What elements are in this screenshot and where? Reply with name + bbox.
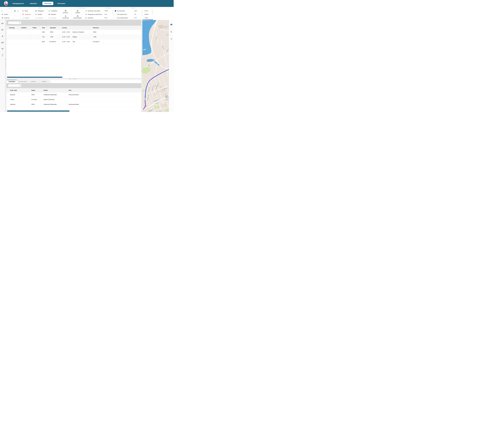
map-view-icon[interactable] — [170, 23, 172, 26]
bell-icon — [65, 15, 66, 17]
col-opzetten: Opzetten — [50, 26, 56, 30]
plangroep-scrollbar[interactable] — [112, 10, 113, 15]
toon-actieve-ritten-checkbox[interactable] — [115, 14, 116, 15]
plannen-groep-scrollbar[interactable] — [142, 10, 142, 16]
boordcomputer-button[interactable]: Boordcomputer — [71, 14, 84, 19]
tab-voorcalculaties[interactable]: Voorcalculaties — [17, 80, 28, 83]
col-chaffeur: Chaffeur — [21, 26, 27, 30]
date-input[interactable] — [3, 10, 16, 12]
nav-item-facturatie[interactable]: Facturatie — [57, 0, 65, 7]
planning-row-1[interactable]: CMA RWG 10:00 - 12:00 Berkel en Rodenrij… — [6, 30, 141, 34]
left-splitter[interactable] — [5, 20, 6, 112]
terugzetten-button[interactable]: Terugzetten te plannen lijst — [85, 13, 102, 16]
map-splitter[interactable] — [141, 20, 142, 112]
panel-splitter[interactable] — [6, 78, 141, 80]
planning-toolbar — [6, 20, 141, 26]
afzetten-button[interactable]: Afzetten — [35, 13, 42, 16]
voormelden-button[interactable]: Voormelden — [60, 14, 71, 19]
ongedaan-button-1[interactable]: Ongedaan — [35, 16, 43, 20]
berichten-button[interactable]: Berichten — [60, 9, 71, 14]
plannen-modal-barge[interactable]: BARGE — [144, 14, 149, 15]
planning-row-2[interactable]: HLC APM 11:00 - 13:30 Meppel APM — [6, 34, 141, 39]
order-list-add-icon[interactable] — [170, 31, 172, 33]
cell-actie-code: Lossen — [10, 97, 14, 102]
avantida-button[interactable]: A Avantida — [71, 9, 84, 14]
cell-lossen-tijd: 11:00 - 13:30 — [62, 34, 70, 39]
col-red: Red — [42, 26, 45, 30]
plangroep-item-rtn[interactable]: RTN — [105, 17, 107, 18]
activities-hscroll-thumb[interactable] — [7, 111, 70, 112]
toon-voltooide-ritten-checkbox[interactable] — [115, 17, 116, 18]
toon-alle-ritten-checkbox[interactable] — [115, 10, 116, 12]
reloaden-button[interactable]: Reloaden — [48, 13, 56, 16]
left-splitter-handle[interactable] — [5, 62, 6, 68]
activity-row-1[interactable]: Opzetten RWG Rotterdam Maasvlakte Vertro… — [6, 92, 141, 97]
plannen-groep-er[interactable]: ER — [135, 14, 136, 15]
collapse-down-icon[interactable] — [75, 79, 76, 79]
cell-lossen-tijd: 11:30 - 13:00 — [62, 39, 70, 44]
return-icon — [85, 14, 87, 15]
verzenden-button[interactable]: Verzenden — [85, 16, 93, 20]
top-navbar: Stamgegevens Inboeken Planning Facturati… — [0, 0, 174, 7]
scale-icon[interactable] — [1, 48, 4, 50]
expand-left-panel-icon[interactable] — [5, 59, 6, 60]
prev-date-icon[interactable] — [1, 10, 2, 12]
app-window: Stamgegevens Inboeken Planning Facturati… — [0, 0, 174, 112]
ribbon-toolbar: Algemeen Ritten Communicatie Plangroep P… — [0, 7, 174, 20]
vehicles-icon[interactable] — [1, 22, 4, 25]
cell-lossen-plaats: Berkel en Rodenrijs — [73, 30, 84, 34]
trail-poi-dot — [148, 49, 148, 49]
container-icon[interactable] — [1, 41, 4, 44]
svg-text:A: A — [77, 11, 78, 11]
cell-opzetten: ECTDELTA — [49, 39, 56, 44]
plannen-modal-train[interactable]: TRAIN — [144, 17, 148, 18]
cell-red: MAN — [42, 39, 45, 44]
activity-row-2[interactable]: Lossen Erni Berk Berkel & Rodenrijs — [6, 97, 141, 102]
avantida-icon: A — [77, 10, 78, 12]
collapse-map-icon[interactable] — [141, 70, 142, 71]
ongedaan-button-2[interactable]: Ongedaan — [48, 16, 56, 20]
verwijderen-button[interactable]: Verwijderen — [22, 13, 31, 16]
activity-row-3[interactable]: Inleveren RWG Rotterdam Maasvlakte Vertr… — [6, 102, 141, 107]
verversen-button[interactable]: Verversen — [2, 16, 9, 20]
voltooid-button[interactable]: Voltooid — [22, 16, 29, 20]
next-date-icon[interactable] — [17, 10, 18, 12]
activities-table-header: Actie code Naam Plaats Titel — [6, 88, 141, 92]
nav-item-stamgegevens[interactable]: Stamgegevens — [13, 0, 24, 7]
plangroep-item-alg[interactable]: ALG — [105, 14, 107, 15]
combineren-button[interactable]: Combineren — [48, 9, 57, 13]
driver-icon[interactable] — [1, 35, 4, 37]
map-canvas[interactable]: 417 Ottawa River Pathway VIMY PL PRESTON… — [142, 20, 169, 112]
zoeken-button[interactable]: Zoeken — [2, 13, 8, 16]
plannen-groep-koy[interactable]: KOY — [135, 17, 137, 18]
verzenden-naar-derden-button[interactable]: Verzenden naar derden — [85, 9, 100, 13]
collapse-up-icon[interactable] — [69, 79, 71, 79]
detail-filter-dropdown[interactable] — [8, 84, 21, 87]
plangroep-item-none[interactable]: NONE — [105, 10, 108, 11]
nav-item-inboeken[interactable]: Inboeken — [30, 0, 37, 7]
trailer-icon[interactable] — [1, 29, 4, 31]
afkoppelen-button[interactable]: Afkoppelen — [35, 9, 44, 13]
plannen-groep-bur[interactable]: BUR — [135, 10, 137, 11]
col-voertuig: Voertuig — [9, 26, 15, 30]
expand-map-icon[interactable] — [141, 59, 142, 60]
notification-add-icon[interactable] — [170, 38, 172, 40]
ribbon-group-communicatie: Communicatie — [60, 7, 103, 9]
plannen-modal-none[interactable]: NONE — [144, 10, 148, 11]
nav-item-planning-active[interactable]: Planning — [42, 2, 53, 5]
dropoff-icon — [35, 14, 37, 15]
nieuw-button[interactable]: Nieuw — [22, 9, 28, 13]
plannen-modal-scrollbar[interactable] — [152, 10, 152, 15]
tab-ladingen[interactable]: Ladingen — [28, 80, 38, 83]
tab-activiteiten[interactable]: Activiteiten — [7, 80, 17, 83]
route-end-marker[interactable] — [145, 106, 146, 107]
label-museum-line1: Canadian War — [163, 26, 169, 27]
planning-filter-dropdown[interactable] — [8, 22, 21, 24]
tab-bijlagen[interactable]: Bijlagen — [38, 80, 50, 83]
map-splitter-handle[interactable] — [142, 61, 142, 68]
planning-row-3[interactable]: MAN ECTDELTA 11:30 - 13:00 Ede ECTDELTA — [6, 39, 141, 44]
planning-hscroll-thumb[interactable] — [7, 77, 62, 78]
rail-station-icon — [149, 65, 150, 66]
swap-icon[interactable] — [1, 54, 4, 56]
cell-inleveren: ECTDELTA — [93, 39, 100, 44]
